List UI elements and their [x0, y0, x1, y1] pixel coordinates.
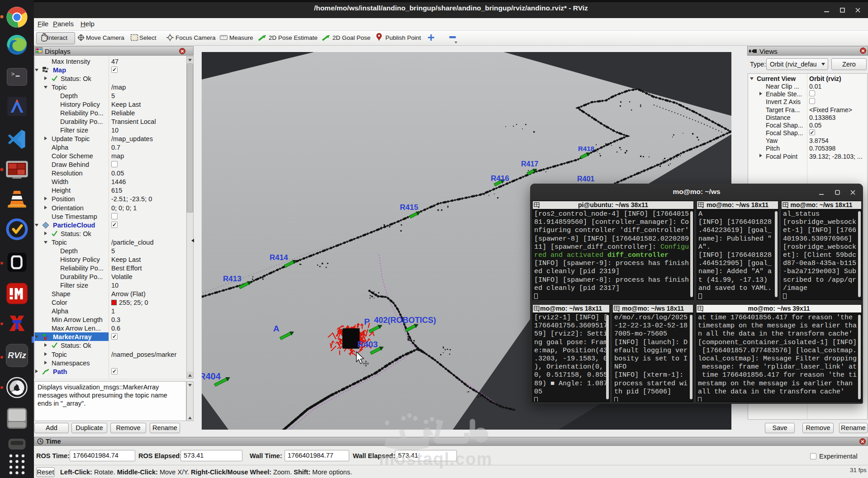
svg-text:R413: R413 [223, 274, 242, 283]
svg-text:R403: R403 [357, 340, 378, 349]
svg-text:>: > [11, 71, 15, 78]
svg-text:R416: R416 [491, 174, 509, 183]
svg-text:R418: R418 [578, 145, 594, 152]
svg-text:mostaql.com: mostaql.com [379, 450, 493, 469]
svg-text:402(ROBOTICS): 402(ROBOTICS) [374, 316, 436, 325]
svg-text:R415: R415 [400, 203, 418, 212]
svg-text:A: A [273, 324, 280, 333]
svg-text:R417: R417 [521, 160, 538, 168]
svg-text:R414: R414 [270, 253, 288, 262]
svg-text:RViz: RViz [8, 350, 26, 360]
svg-text:R401: R401 [577, 175, 594, 183]
svg-text:R404: R404 [201, 371, 221, 381]
svg-text:P: P [364, 317, 370, 327]
